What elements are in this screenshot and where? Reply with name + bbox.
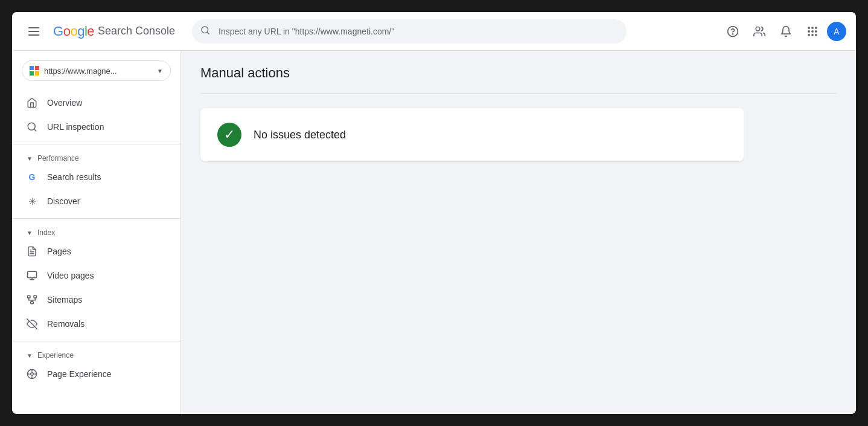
url-search-input[interactable] (192, 19, 627, 44)
experience-section-header[interactable]: ▼ Experience (12, 346, 180, 362)
check-circle: ✓ (217, 123, 241, 147)
pages-icon (27, 246, 37, 257)
divider-2 (12, 218, 180, 219)
svg-rect-10 (815, 30, 817, 32)
sitemaps-icon (27, 294, 37, 305)
index-section-label: Index (37, 228, 55, 237)
grid-icon (806, 25, 819, 37)
top-bar: Google Search Console (12, 12, 856, 51)
people-icon (753, 25, 765, 37)
chevron-down-icon: ▼ (157, 68, 163, 74)
property-icon (30, 66, 39, 76)
status-card: ✓ No issues detected (200, 108, 744, 161)
sidebar-item-video-pages-label: Video pages (47, 271, 94, 280)
discover-icon: ✳ (27, 196, 37, 207)
sidebar-item-url-inspection[interactable]: URL inspection (12, 115, 173, 139)
svg-rect-14 (30, 66, 34, 70)
main-layout: https://www.magne... ▼ Overview (12, 51, 856, 414)
sidebar-item-page-experience-label: Page Experience (47, 369, 112, 379)
avatar[interactable]: A (827, 22, 846, 41)
nav-experience-section: Page Experience (12, 362, 180, 386)
sidebar-item-video-pages[interactable]: Video pages (12, 263, 173, 288)
sidebar-item-overview-label: Overview (47, 98, 82, 108)
svg-rect-11 (808, 34, 810, 36)
svg-line-19 (34, 129, 36, 131)
logo-area: Google Search Console (53, 24, 175, 39)
performance-section-header[interactable]: ▼ Performance (12, 149, 180, 165)
google-logo: Google (53, 24, 94, 39)
sidebar-item-search-results[interactable]: G Search results (12, 165, 173, 189)
product-name: Search Console (98, 25, 175, 37)
home-icon (27, 97, 37, 108)
removals-icon (27, 318, 37, 329)
sidebar-item-overview[interactable]: Overview (12, 91, 173, 115)
performance-chevron-icon: ▼ (27, 155, 33, 162)
experience-chevron-icon: ▼ (27, 352, 33, 359)
svg-rect-6 (811, 27, 813, 28)
svg-point-4 (756, 27, 760, 31)
url-inspection-icon (27, 121, 37, 132)
help-button[interactable] (721, 19, 745, 44)
index-chevron-icon: ▼ (27, 230, 33, 236)
content-area: Manual actions ✓ No issues detected (181, 51, 856, 414)
sidebar-item-url-inspection-label: URL inspection (47, 122, 104, 132)
performance-section-label: Performance (37, 154, 79, 163)
svg-point-34 (31, 373, 34, 376)
status-text: No issues detected (254, 129, 346, 141)
experience-section-label: Experience (37, 351, 74, 360)
hamburger-menu-button[interactable] (22, 19, 46, 44)
notifications-button[interactable] (774, 19, 798, 44)
svg-rect-17 (35, 71, 39, 76)
property-selector-button[interactable]: https://www.magne... ▼ (22, 60, 171, 81)
search-bar (192, 19, 627, 44)
sidebar-item-removals[interactable]: Removals (12, 312, 173, 336)
svg-line-1 (207, 32, 209, 34)
sidebar-item-sitemaps[interactable]: Sitemaps (12, 288, 173, 312)
divider-1 (12, 144, 180, 144)
sidebar-item-pages[interactable]: Pages (12, 239, 173, 263)
help-icon (727, 25, 739, 37)
hamburger-icon (28, 27, 39, 36)
sidebar-item-search-results-label: Search results (47, 172, 101, 182)
page-experience-icon (27, 369, 37, 379)
sidebar-item-discover-label: Discover (47, 196, 80, 206)
status-icon-wrap: ✓ (217, 123, 241, 147)
svg-rect-12 (811, 34, 813, 36)
svg-rect-15 (35, 66, 39, 70)
svg-rect-13 (815, 34, 817, 36)
search-bar-icon (200, 25, 210, 37)
google-g-icon: G (27, 172, 37, 182)
manage-users-button[interactable] (747, 19, 771, 44)
top-actions: A (721, 19, 846, 44)
svg-rect-16 (30, 71, 34, 76)
nav-index-section: Pages Video pages (12, 239, 180, 336)
svg-rect-22 (28, 271, 37, 278)
divider-3 (12, 341, 180, 341)
title-divider (200, 93, 837, 94)
sidebar-item-removals-label: Removals (47, 319, 85, 329)
nav-overview-section: Overview URL inspection (12, 91, 180, 139)
apps-button[interactable] (800, 19, 825, 44)
property-selector: https://www.magne... ▼ (22, 60, 171, 81)
sidebar: https://www.magne... ▼ Overview (12, 51, 181, 414)
sidebar-item-page-experience[interactable]: Page Experience (12, 362, 173, 386)
svg-rect-7 (815, 27, 817, 28)
checkmark-icon: ✓ (224, 128, 235, 141)
bell-icon (780, 25, 792, 37)
svg-rect-9 (811, 30, 813, 32)
sidebar-item-discover[interactable]: ✳ Discover (12, 189, 173, 213)
sidebar-item-sitemaps-label: Sitemaps (47, 295, 82, 305)
svg-rect-5 (808, 27, 810, 28)
property-url: https://www.magne... (44, 66, 152, 76)
svg-rect-8 (808, 30, 810, 32)
sidebar-item-pages-label: Pages (47, 247, 71, 256)
video-pages-icon (27, 270, 37, 281)
nav-performance-section: G Search results ✳ Discover (12, 165, 180, 213)
index-section-header[interactable]: ▼ Index (12, 224, 180, 239)
page-title: Manual actions (200, 65, 837, 81)
